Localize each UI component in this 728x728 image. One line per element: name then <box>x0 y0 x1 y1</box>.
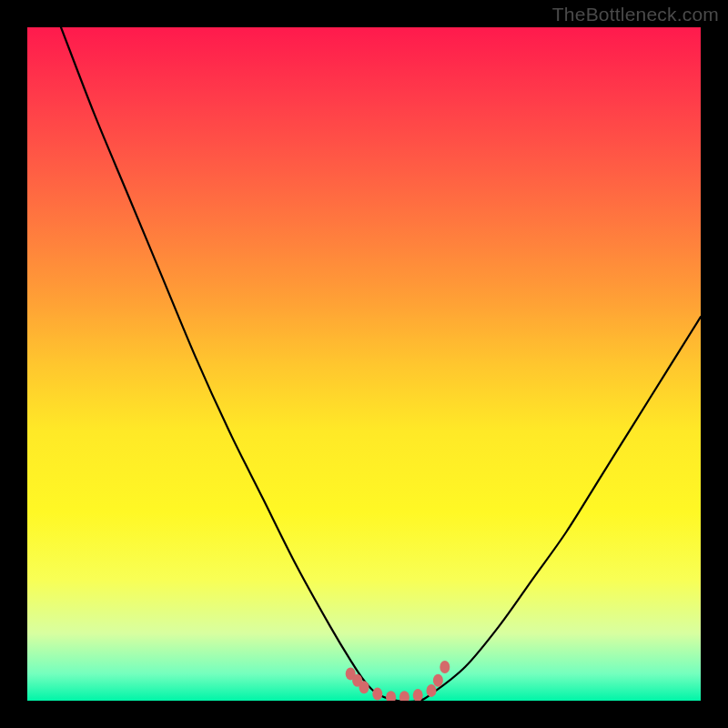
marker-point <box>399 691 410 701</box>
plot-svg <box>27 27 701 701</box>
marker-point <box>433 674 443 687</box>
marker-group <box>346 661 450 701</box>
marker-point <box>427 684 437 697</box>
marker-point <box>440 661 450 673</box>
marker-point <box>372 688 382 701</box>
attribution-label: TheBottleneck.com <box>552 4 719 25</box>
marker-point <box>413 689 423 701</box>
marker-point <box>386 691 396 701</box>
chart-frame: TheBottleneck.com <box>0 0 728 728</box>
marker-point <box>359 681 369 693</box>
bottleneck-curve <box>61 27 701 701</box>
plot-area <box>27 27 701 701</box>
